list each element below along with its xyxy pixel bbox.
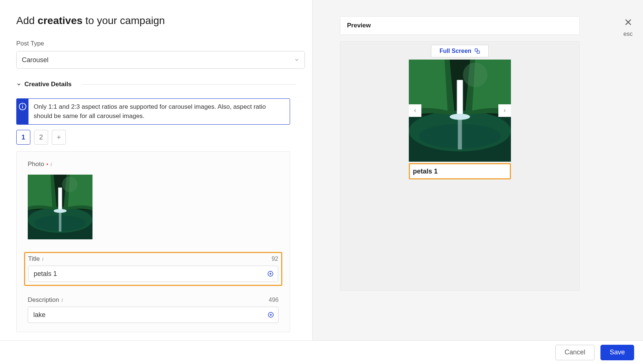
svg-rect-2 [22,105,23,105]
description-input[interactable] [28,307,279,323]
carousel-tab-2[interactable]: 2 [34,130,48,145]
svg-rect-28 [458,80,462,117]
description-char-count: 496 [269,297,279,303]
description-field-block: Description i 496 [28,296,279,323]
post-type-select[interactable]: Carousel [16,51,305,69]
footer-bar: Cancel Save [0,340,643,364]
chevron-right-icon [502,108,507,113]
info-banner: Only 1:1 and 2:3 aspect ratios are suppo… [16,98,290,125]
preview-header: Preview [340,16,580,35]
info-i-icon[interactable]: i [50,161,52,168]
post-type-label: Post Type [16,40,296,47]
title-char-count: 92 [272,256,278,262]
page-title: Add creatives to your campaign [16,15,296,27]
esc-label: esc [623,31,633,37]
fullscreen-button[interactable]: Full Screen [431,45,489,57]
carousel-tab-1[interactable]: 1 [16,130,30,145]
title-input[interactable] [28,266,278,282]
info-icon [18,102,27,111]
description-label: Description [28,296,59,304]
preview-image [409,60,511,162]
svg-rect-31 [458,119,462,149]
photo-thumbnail[interactable] [28,175,92,239]
svg-rect-1 [22,106,23,108]
carousel-prev[interactable] [409,104,421,117]
title-field-block: Title i 92 [24,252,282,286]
cancel-button[interactable]: Cancel [555,345,595,360]
chevron-left-icon [413,108,418,113]
svg-point-32 [463,63,487,87]
waterfall-image [409,60,511,162]
info-i-icon[interactable]: i [42,256,44,262]
required-dot: • [46,161,48,167]
plus-circle-icon[interactable] [267,270,274,277]
plus-icon [56,134,62,140]
svg-rect-12 [59,212,61,232]
close-button[interactable]: esc [623,18,633,37]
chevron-down-icon [294,57,299,63]
add-carousel-tab[interactable] [52,130,66,145]
preview-panel: esc Preview Full Screen [313,0,643,364]
preview-body: Full Screen [340,41,580,291]
svg-rect-9 [59,188,61,211]
svg-point-13 [62,177,78,192]
carousel-tabs: 1 2 [16,130,296,145]
waterfall-image [28,175,92,239]
title-label: Title [28,255,40,263]
section-creative-details[interactable]: Creative Details [16,81,296,88]
carousel-next[interactable] [498,104,511,117]
save-button[interactable]: Save [600,345,634,360]
plus-circle-icon[interactable] [267,311,274,318]
close-icon [623,18,633,28]
post-type-value: Carousel [22,56,48,64]
fullscreen-icon [474,48,480,54]
info-message: Only 1:1 and 2:3 aspect ratios are suppo… [28,99,290,124]
chevron-down-icon [16,82,21,87]
slide-card: Photo • i [16,151,290,332]
photo-label: Photo [28,161,44,168]
preview-caption: petals 1 [409,163,511,179]
form-panel: Add creatives to your campaign Post Type… [0,0,313,340]
info-i-icon[interactable]: i [61,297,63,303]
